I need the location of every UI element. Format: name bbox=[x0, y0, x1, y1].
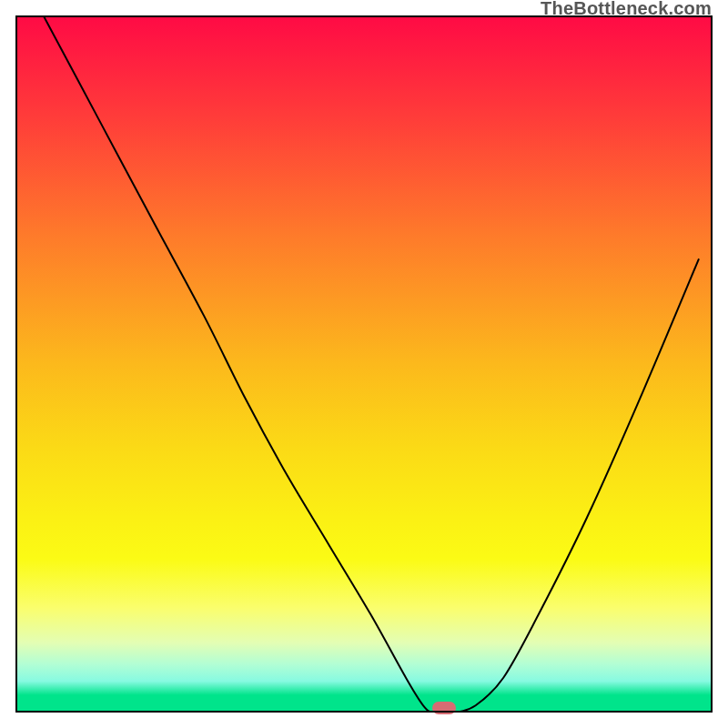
chart-background-gradient bbox=[15, 15, 713, 713]
optimal-point-marker bbox=[432, 702, 456, 714]
watermark-text: TheBottleneck.com bbox=[541, 0, 712, 19]
chart-container: TheBottleneck.com bbox=[0, 0, 728, 728]
